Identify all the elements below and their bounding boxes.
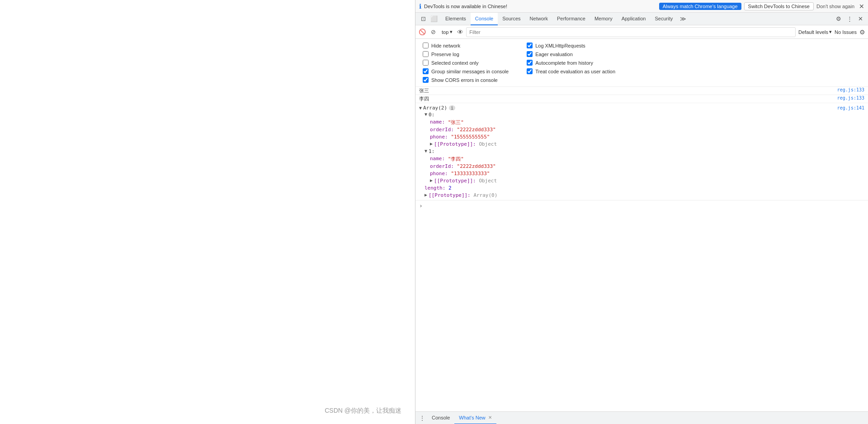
- array-proto-expand[interactable]: ▶: [425, 192, 427, 197]
- tabs-more-icon[interactable]: ≫: [677, 14, 689, 24]
- group-similar-label: Group similar messages in console: [431, 69, 509, 74]
- item1-proto-type: Object: [479, 178, 497, 184]
- array-proto-type: Array(0): [473, 192, 497, 198]
- device-toolbar-icon[interactable]: ⬜: [429, 14, 439, 24]
- dont-show-link[interactable]: Don't show again: [816, 4, 854, 9]
- match-language-button[interactable]: Always match Chrome's language: [659, 3, 741, 10]
- notification-bar: ℹ DevTools is now available in Chinese! …: [415, 0, 868, 13]
- settings-panel: Hide network Preserve log Selected conte…: [415, 39, 868, 87]
- page-area: CSDN @你的美，让我痴迷: [0, 0, 415, 424]
- tab-elements[interactable]: Elements: [441, 13, 471, 25]
- item0-proto-type: Object: [479, 141, 497, 147]
- tab-sources[interactable]: Sources: [498, 13, 525, 25]
- autocomplete-checkbox[interactable]: [527, 60, 533, 66]
- array-proto-line: ▶ [[Prototype]]: Array(0): [419, 192, 864, 199]
- filter-input[interactable]: [466, 27, 796, 37]
- eager-eval-checkbox[interactable]: [527, 51, 533, 57]
- lisi-text: 李四: [419, 95, 834, 102]
- item1-orderid-key: orderId:: [430, 163, 454, 169]
- array-header-content: ▼ Array(2) i: [419, 105, 455, 111]
- notification-close-icon[interactable]: ✕: [859, 3, 864, 10]
- setting-selected-context: Selected context only: [423, 60, 509, 66]
- eye-icon[interactable]: 👁: [457, 29, 463, 36]
- tab-console[interactable]: Console: [471, 13, 498, 25]
- lisi-source[interactable]: reg.js:133: [837, 95, 864, 100]
- preserve-log-checkbox[interactable]: [423, 51, 429, 57]
- item1-name-key: name:: [430, 156, 445, 162]
- bottom-whatsnew-close-icon[interactable]: ✕: [488, 415, 492, 420]
- setting-eager-eval: Eager evaluation: [527, 51, 615, 57]
- close-devtools-icon[interactable]: ✕: [855, 14, 865, 24]
- csdn-watermark: CSDN @你的美，让我痴迷: [325, 407, 401, 415]
- item0-orderid-line: orderId: "2222zddd333": [419, 126, 864, 133]
- context-dropdown-icon: ▾: [450, 29, 453, 35]
- tab-application[interactable]: Application: [617, 13, 651, 25]
- item0-phone-key: phone:: [430, 134, 448, 140]
- item1-phone-line: phone: "13333333333": [419, 170, 864, 177]
- array-length-line: length: 2: [419, 185, 864, 192]
- array-header-label: Array(2): [423, 105, 447, 111]
- item0-phone-line: phone: "15555555555": [419, 133, 864, 141]
- switch-devtools-button[interactable]: Switch DevTools to Chinese: [744, 2, 814, 10]
- context-label: top: [442, 29, 448, 35]
- group-similar-checkbox[interactable]: [423, 68, 429, 74]
- filter-icon[interactable]: ⊘: [429, 28, 437, 36]
- item0-name-line: name: "张三": [419, 119, 864, 126]
- inspect-element-icon[interactable]: ⊡: [418, 14, 428, 24]
- default-levels-label: Default levels: [798, 29, 828, 35]
- default-levels-button[interactable]: Default levels ▾: [798, 29, 832, 35]
- devtools-panel: ℹ DevTools is now available in Chinese! …: [415, 0, 868, 424]
- array-source[interactable]: reg.js:141: [837, 105, 864, 110]
- item0-proto-label: [[Prototype]]:: [434, 141, 476, 147]
- tab-left-icons: ⊡ ⬜: [416, 14, 441, 24]
- item0-orderid-val: "2222zddd333": [457, 127, 496, 133]
- item1-expand-icon[interactable]: ▼: [425, 148, 427, 153]
- clear-console-icon[interactable]: 🚫: [418, 28, 426, 36]
- hide-network-checkbox[interactable]: [423, 43, 429, 48]
- treat-code-checkbox[interactable]: [527, 68, 533, 74]
- item0-expand-icon[interactable]: ▼: [425, 112, 427, 117]
- eager-eval-label: Eager evaluation: [535, 52, 573, 57]
- show-cors-checkbox[interactable]: [423, 77, 429, 83]
- selected-context-checkbox[interactable]: [423, 60, 429, 66]
- more-options-icon[interactable]: ⋮: [844, 14, 854, 24]
- hide-network-label: Hide network: [431, 43, 460, 48]
- array-header-line: ▼ Array(2) i reg.js:141: [419, 104, 864, 111]
- setting-autocomplete: Autocomplete from history: [527, 60, 615, 66]
- item1-phone-val: "13333333333": [451, 171, 490, 176]
- gear-icon[interactable]: ⚙: [859, 29, 865, 36]
- log-xhr-checkbox[interactable]: [527, 43, 533, 48]
- item1-proto-line: ▶ [[Prototype]]: Object: [419, 177, 864, 185]
- prompt-chevron-icon: ›: [419, 202, 423, 209]
- log-xhr-label: Log XMLHttpRequests: [535, 43, 585, 48]
- zhangsan-source[interactable]: reg.js:133: [837, 87, 864, 92]
- bottom-tab-whatsnew[interactable]: What's New ✕: [454, 412, 496, 424]
- item0-proto-expand[interactable]: ▶: [430, 141, 433, 146]
- context-selector[interactable]: top ▾: [440, 28, 454, 36]
- array-length-val: 2: [448, 185, 452, 191]
- tab-memory[interactable]: Memory: [590, 13, 617, 25]
- tab-performance[interactable]: Performance: [552, 13, 590, 25]
- item0-name-key: name:: [430, 119, 445, 125]
- item0-proto-line: ▶ [[Prototype]]: Object: [419, 141, 864, 148]
- show-cors-label: Show CORS errors in console: [431, 77, 498, 83]
- tab-network[interactable]: Network: [525, 13, 552, 25]
- settings-right-col: Log XMLHttpRequests Eager evaluation Aut…: [527, 43, 615, 83]
- item0-phone-val: "15555555555": [451, 134, 490, 140]
- array-expand-icon[interactable]: ▼: [419, 105, 422, 110]
- array-length-key: length:: [425, 185, 445, 191]
- item1-orderid-line: orderId: "2222zddd333": [419, 163, 864, 170]
- bottom-menu-icon[interactable]: ⋮: [417, 413, 427, 423]
- item1-proto-expand[interactable]: ▶: [430, 178, 433, 183]
- settings-icon[interactable]: ⚙: [834, 14, 844, 24]
- info-icon: ℹ: [419, 3, 421, 10]
- selected-context-label: Selected context only: [431, 60, 479, 66]
- console-output[interactable]: 张三 reg.js:133 李四 reg.js:133 ▼ Array(2) i…: [415, 87, 868, 411]
- item1-label-line: ▼ 1:: [419, 148, 864, 155]
- item1-label: 1:: [429, 148, 434, 154]
- bottom-tab-console[interactable]: Console: [427, 412, 454, 424]
- zhangsan-text: 张三: [419, 87, 834, 94]
- bottom-tabs: ⋮ Console What's New ✕: [415, 411, 868, 424]
- tab-security[interactable]: Security: [650, 13, 677, 25]
- bottom-console-label: Console: [432, 415, 450, 420]
